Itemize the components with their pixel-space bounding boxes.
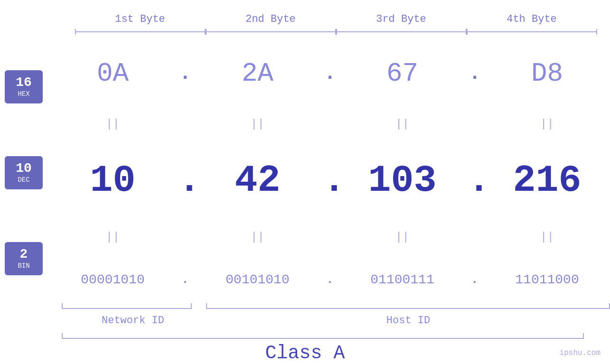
equals-row-1: || || || ||: [47, 118, 610, 131]
class-bracket-line-container: [62, 333, 584, 339]
dec-cell-1: 10: [47, 159, 178, 202]
dec-badge-num: 10: [16, 162, 32, 175]
top-bracket-cell-1: [75, 29, 206, 35]
main-container: 1st Byte 2nd Byte 3rd Byte 4th Byte: [0, 0, 610, 364]
hex-cell-2: 2A: [192, 58, 323, 89]
equals-1-4: ||: [482, 118, 610, 131]
dec-value-3: 103: [368, 159, 436, 202]
equals-2-4: ||: [482, 231, 610, 243]
content-area: 16 HEX 10 DEC 2 BIN 0A . 2A: [0, 44, 610, 301]
bin-value-1: 00001010: [81, 272, 144, 287]
hex-cell-4: D8: [482, 58, 610, 89]
equals-1-2: ||: [192, 118, 323, 131]
labels-col: 16 HEX 10 DEC 2 BIN: [0, 44, 47, 301]
bin-value-4: 11011000: [515, 272, 579, 287]
host-id-bracket: [206, 303, 610, 309]
bin-value-3: 01100111: [370, 272, 434, 287]
dot-sep-hex-1: .: [178, 62, 192, 85]
dot-sep-hex-3: .: [468, 62, 482, 85]
equals-1-1: ||: [47, 118, 178, 131]
header-byte1: 1st Byte: [75, 13, 206, 25]
equals-2-3: ||: [337, 231, 468, 243]
hex-badge: 16 HEX: [5, 70, 43, 103]
hex-value-4: D8: [531, 58, 563, 89]
dec-value-4: 216: [513, 159, 581, 202]
bin-badge-num: 2: [20, 248, 28, 261]
top-bracket-cell-2: [206, 29, 336, 35]
header-byte4: 4th Byte: [467, 13, 597, 25]
dot-sep-bin-2: .: [323, 273, 337, 286]
equals-1-3: ||: [337, 118, 468, 131]
hex-cell-1: 0A: [47, 58, 178, 89]
bin-badge-text: BIN: [18, 262, 29, 270]
hex-badge-num: 16: [16, 76, 32, 89]
hex-badge-text: HEX: [18, 90, 29, 98]
bin-cell-2: 00101010: [192, 272, 323, 287]
dot-sep-dec-1: .: [178, 159, 192, 202]
dec-badge-text: DEC: [18, 176, 29, 184]
bin-row: 00001010 . 00101010 . 01100111 . 1101100…: [47, 272, 610, 287]
dec-row: 10 . 42 . 103 . 216: [47, 159, 610, 202]
header-byte3: 3rd Byte: [336, 13, 467, 25]
class-a-label: Class A: [0, 343, 610, 364]
bin-cell-1: 00001010: [47, 272, 178, 287]
dec-value-2: 42: [235, 159, 280, 202]
top-brackets: [0, 29, 610, 35]
equals-2-2: ||: [192, 231, 323, 243]
top-bracket-cell-3: [336, 29, 467, 35]
dec-cell-3: 103: [337, 159, 468, 202]
hex-cell-3: 67: [337, 58, 468, 89]
dec-cell-4: 216: [482, 159, 610, 202]
equals-row-2: || || || ||: [47, 231, 610, 243]
dot-sep-dec-2: .: [323, 159, 337, 202]
header-byte2: 2nd Byte: [206, 13, 336, 25]
hex-value-3: 67: [386, 58, 418, 89]
data-rows: 0A . 2A . 67 . D8 || ||: [47, 44, 610, 301]
dot-sep-bin-1: .: [178, 273, 192, 286]
hex-value-1: 0A: [97, 58, 129, 89]
bottom-brackets-area: [0, 303, 610, 309]
network-id-bracket: [62, 303, 192, 309]
top-bracket-cell-4: [467, 29, 597, 35]
watermark: ipshu.com: [560, 349, 601, 357]
equals-2-1: ||: [47, 231, 178, 243]
bottom-brackets: [62, 303, 610, 309]
dec-badge: 10 DEC: [5, 156, 43, 189]
bin-cell-3: 01100111: [337, 272, 468, 287]
bin-value-2: 00101010: [225, 272, 289, 287]
dot-sep-bin-3: .: [468, 273, 482, 286]
bin-cell-4: 11011000: [482, 272, 610, 287]
dot-sep-dec-3: .: [468, 159, 482, 202]
dec-cell-2: 42: [192, 159, 323, 202]
class-bracket-area: [0, 333, 610, 339]
hex-value-2: 2A: [242, 58, 273, 89]
byte-headers: 1st Byte 2nd Byte 3rd Byte 4th Byte: [0, 13, 610, 25]
bin-badge: 2 BIN: [5, 242, 43, 275]
network-id-label: Network ID: [68, 315, 198, 327]
dot-sep-hex-2: .: [323, 62, 337, 85]
dec-value-1: 10: [90, 159, 135, 202]
id-labels-row: Network ID Host ID: [0, 315, 610, 327]
host-id-label: Host ID: [213, 315, 604, 327]
hex-row: 0A . 2A . 67 . D8: [47, 58, 610, 89]
